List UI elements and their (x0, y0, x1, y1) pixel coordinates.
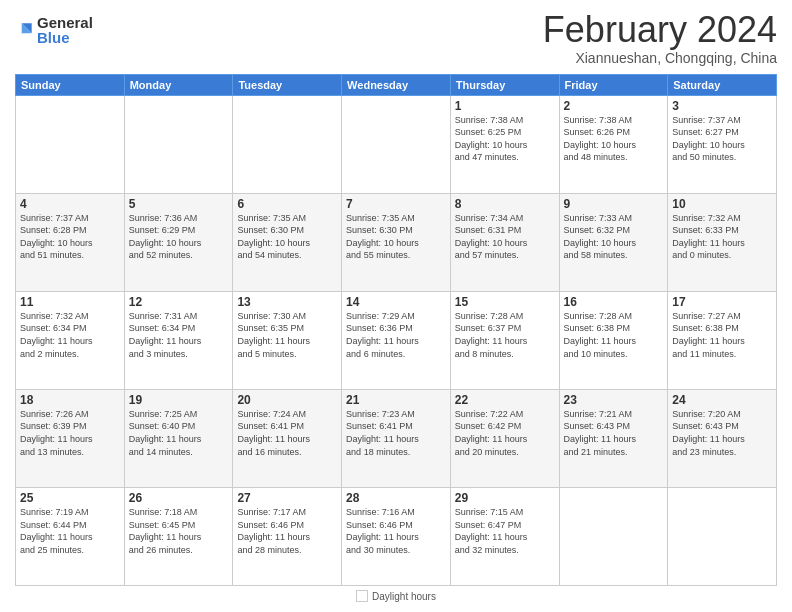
month-title: February 2024 (543, 10, 777, 50)
day-number: 9 (564, 197, 664, 211)
calendar-cell: 28Sunrise: 7:16 AM Sunset: 6:46 PM Dayli… (342, 487, 451, 585)
col-header-wednesday: Wednesday (342, 74, 451, 95)
calendar-cell: 20Sunrise: 7:24 AM Sunset: 6:41 PM Dayli… (233, 389, 342, 487)
week-row: 4Sunrise: 7:37 AM Sunset: 6:28 PM Daylig… (16, 193, 777, 291)
day-info: Sunrise: 7:29 AM Sunset: 6:36 PM Dayligh… (346, 310, 446, 360)
day-number: 18 (20, 393, 120, 407)
calendar-cell (668, 487, 777, 585)
day-number: 14 (346, 295, 446, 309)
day-number: 28 (346, 491, 446, 505)
calendar-cell (16, 95, 125, 193)
calendar-cell: 3Sunrise: 7:37 AM Sunset: 6:27 PM Daylig… (668, 95, 777, 193)
day-info: Sunrise: 7:37 AM Sunset: 6:28 PM Dayligh… (20, 212, 120, 262)
calendar-cell: 19Sunrise: 7:25 AM Sunset: 6:40 PM Dayli… (124, 389, 233, 487)
calendar-cell: 27Sunrise: 7:17 AM Sunset: 6:46 PM Dayli… (233, 487, 342, 585)
day-info: Sunrise: 7:28 AM Sunset: 6:37 PM Dayligh… (455, 310, 555, 360)
title-block: February 2024 Xiannueshan, Chongqing, Ch… (543, 10, 777, 66)
calendar-cell: 7Sunrise: 7:35 AM Sunset: 6:30 PM Daylig… (342, 193, 451, 291)
day-info: Sunrise: 7:35 AM Sunset: 6:30 PM Dayligh… (237, 212, 337, 262)
day-info: Sunrise: 7:18 AM Sunset: 6:45 PM Dayligh… (129, 506, 229, 556)
day-number: 17 (672, 295, 772, 309)
logo-blue: Blue (37, 30, 93, 45)
day-info: Sunrise: 7:28 AM Sunset: 6:38 PM Dayligh… (564, 310, 664, 360)
day-number: 6 (237, 197, 337, 211)
logo-icon (15, 20, 35, 40)
day-number: 8 (455, 197, 555, 211)
calendar-cell: 6Sunrise: 7:35 AM Sunset: 6:30 PM Daylig… (233, 193, 342, 291)
calendar-body: 1Sunrise: 7:38 AM Sunset: 6:25 PM Daylig… (16, 95, 777, 585)
calendar-cell: 22Sunrise: 7:22 AM Sunset: 6:42 PM Dayli… (450, 389, 559, 487)
location: Xiannueshan, Chongqing, China (543, 50, 777, 66)
col-header-friday: Friday (559, 74, 668, 95)
calendar-cell: 23Sunrise: 7:21 AM Sunset: 6:43 PM Dayli… (559, 389, 668, 487)
day-info: Sunrise: 7:35 AM Sunset: 6:30 PM Dayligh… (346, 212, 446, 262)
col-header-monday: Monday (124, 74, 233, 95)
day-info: Sunrise: 7:17 AM Sunset: 6:46 PM Dayligh… (237, 506, 337, 556)
col-header-saturday: Saturday (668, 74, 777, 95)
day-number: 10 (672, 197, 772, 211)
calendar-cell (124, 95, 233, 193)
day-info: Sunrise: 7:36 AM Sunset: 6:29 PM Dayligh… (129, 212, 229, 262)
day-number: 27 (237, 491, 337, 505)
calendar-cell: 9Sunrise: 7:33 AM Sunset: 6:32 PM Daylig… (559, 193, 668, 291)
logo: General Blue (15, 15, 93, 45)
day-info: Sunrise: 7:22 AM Sunset: 6:42 PM Dayligh… (455, 408, 555, 458)
calendar-cell: 25Sunrise: 7:19 AM Sunset: 6:44 PM Dayli… (16, 487, 125, 585)
day-number: 25 (20, 491, 120, 505)
calendar-cell: 2Sunrise: 7:38 AM Sunset: 6:26 PM Daylig… (559, 95, 668, 193)
calendar-table: SundayMondayTuesdayWednesdayThursdayFrid… (15, 74, 777, 586)
footer: Daylight hours (15, 590, 777, 602)
calendar-cell: 21Sunrise: 7:23 AM Sunset: 6:41 PM Dayli… (342, 389, 451, 487)
day-info: Sunrise: 7:34 AM Sunset: 6:31 PM Dayligh… (455, 212, 555, 262)
calendar-cell: 14Sunrise: 7:29 AM Sunset: 6:36 PM Dayli… (342, 291, 451, 389)
day-number: 4 (20, 197, 120, 211)
week-row: 25Sunrise: 7:19 AM Sunset: 6:44 PM Dayli… (16, 487, 777, 585)
day-number: 15 (455, 295, 555, 309)
day-info: Sunrise: 7:15 AM Sunset: 6:47 PM Dayligh… (455, 506, 555, 556)
day-info: Sunrise: 7:27 AM Sunset: 6:38 PM Dayligh… (672, 310, 772, 360)
calendar-cell (342, 95, 451, 193)
day-info: Sunrise: 7:38 AM Sunset: 6:26 PM Dayligh… (564, 114, 664, 164)
header-row: SundayMondayTuesdayWednesdayThursdayFrid… (16, 74, 777, 95)
day-number: 26 (129, 491, 229, 505)
day-number: 12 (129, 295, 229, 309)
day-number: 23 (564, 393, 664, 407)
footer-daylight: Daylight hours (356, 590, 436, 602)
day-number: 2 (564, 99, 664, 113)
day-info: Sunrise: 7:24 AM Sunset: 6:41 PM Dayligh… (237, 408, 337, 458)
day-info: Sunrise: 7:26 AM Sunset: 6:39 PM Dayligh… (20, 408, 120, 458)
day-info: Sunrise: 7:21 AM Sunset: 6:43 PM Dayligh… (564, 408, 664, 458)
calendar-cell: 16Sunrise: 7:28 AM Sunset: 6:38 PM Dayli… (559, 291, 668, 389)
day-number: 16 (564, 295, 664, 309)
day-info: Sunrise: 7:31 AM Sunset: 6:34 PM Dayligh… (129, 310, 229, 360)
day-info: Sunrise: 7:38 AM Sunset: 6:25 PM Dayligh… (455, 114, 555, 164)
day-info: Sunrise: 7:37 AM Sunset: 6:27 PM Dayligh… (672, 114, 772, 164)
col-header-sunday: Sunday (16, 74, 125, 95)
day-info: Sunrise: 7:25 AM Sunset: 6:40 PM Dayligh… (129, 408, 229, 458)
day-info: Sunrise: 7:30 AM Sunset: 6:35 PM Dayligh… (237, 310, 337, 360)
daylight-label: Daylight hours (372, 591, 436, 602)
daylight-legend-box (356, 590, 368, 602)
calendar-cell (233, 95, 342, 193)
day-number: 5 (129, 197, 229, 211)
day-info: Sunrise: 7:16 AM Sunset: 6:46 PM Dayligh… (346, 506, 446, 556)
week-row: 18Sunrise: 7:26 AM Sunset: 6:39 PM Dayli… (16, 389, 777, 487)
calendar-cell: 13Sunrise: 7:30 AM Sunset: 6:35 PM Dayli… (233, 291, 342, 389)
calendar-cell: 10Sunrise: 7:32 AM Sunset: 6:33 PM Dayli… (668, 193, 777, 291)
calendar-header: SundayMondayTuesdayWednesdayThursdayFrid… (16, 74, 777, 95)
day-number: 20 (237, 393, 337, 407)
day-number: 24 (672, 393, 772, 407)
calendar-cell: 26Sunrise: 7:18 AM Sunset: 6:45 PM Dayli… (124, 487, 233, 585)
day-number: 7 (346, 197, 446, 211)
calendar-cell: 29Sunrise: 7:15 AM Sunset: 6:47 PM Dayli… (450, 487, 559, 585)
calendar-cell: 5Sunrise: 7:36 AM Sunset: 6:29 PM Daylig… (124, 193, 233, 291)
day-number: 11 (20, 295, 120, 309)
calendar-cell: 4Sunrise: 7:37 AM Sunset: 6:28 PM Daylig… (16, 193, 125, 291)
day-number: 3 (672, 99, 772, 113)
calendar-cell: 8Sunrise: 7:34 AM Sunset: 6:31 PM Daylig… (450, 193, 559, 291)
day-number: 22 (455, 393, 555, 407)
week-row: 1Sunrise: 7:38 AM Sunset: 6:25 PM Daylig… (16, 95, 777, 193)
calendar-cell: 11Sunrise: 7:32 AM Sunset: 6:34 PM Dayli… (16, 291, 125, 389)
calendar-cell: 17Sunrise: 7:27 AM Sunset: 6:38 PM Dayli… (668, 291, 777, 389)
day-number: 29 (455, 491, 555, 505)
